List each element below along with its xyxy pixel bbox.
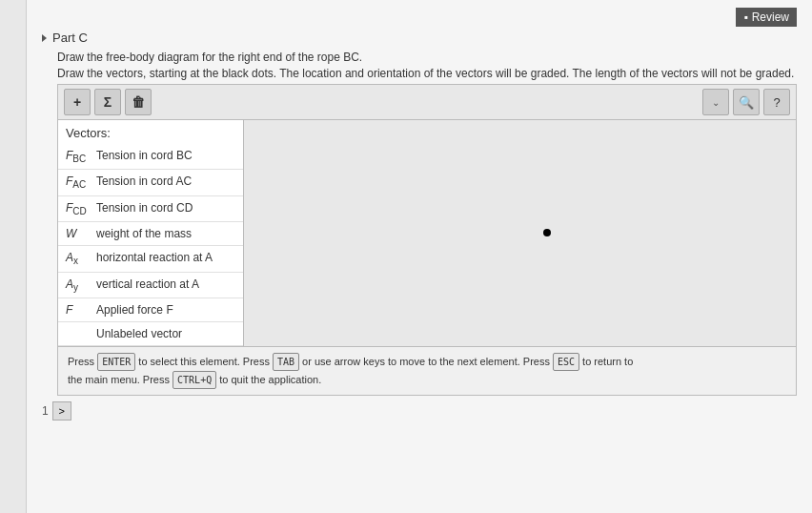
- vector-desc-ay: vertical reaction at A: [96, 277, 199, 291]
- review-button[interactable]: ▪ Review: [736, 8, 797, 27]
- vector-name-fac: FAC: [66, 174, 92, 190]
- status-bar: Press ENTER to select this element. Pres…: [58, 346, 796, 395]
- expand-triangle-icon: [42, 34, 47, 42]
- diagram-body: Vectors: FBC Tension in cord BC FAC Tens…: [58, 120, 796, 346]
- vectors-panel-label: Vectors:: [58, 120, 243, 144]
- trash-icon: 🗑: [132, 94, 145, 110]
- tab-key-badge: TAB: [273, 353, 299, 371]
- drawing-area[interactable]: [244, 120, 796, 346]
- vector-name-f: F: [66, 303, 92, 317]
- chevron-button[interactable]: ⌄: [702, 89, 729, 115]
- vector-item-fac[interactable]: FAC Tension in cord AC: [58, 170, 243, 195]
- enter-key-badge: ENTER: [97, 353, 135, 371]
- part-title: Part C: [52, 31, 88, 45]
- instruction-line1: Draw the free-body diagram for the right…: [57, 51, 797, 64]
- vector-desc-w: weight of the mass: [96, 227, 192, 240]
- left-sidebar: [0, 0, 27, 513]
- instruction-line2: Draw the vectors, starting at the black …: [57, 67, 797, 80]
- vector-item-fcd[interactable]: FCD Tension in cord CD: [58, 196, 243, 222]
- esc-key-badge: ESC: [553, 353, 579, 371]
- help-icon: ?: [773, 95, 780, 110]
- toolbar: + Σ 🗑 ⌄ 🔍 ?: [58, 85, 796, 120]
- add-icon: +: [73, 94, 81, 110]
- page-number: 1: [42, 404, 49, 418]
- chevron-down-icon: ⌄: [712, 97, 720, 108]
- review-icon: ▪: [743, 10, 747, 24]
- help-button[interactable]: ?: [763, 89, 790, 115]
- sigma-button[interactable]: Σ: [94, 89, 121, 115]
- search-icon: 🔍: [739, 95, 754, 110]
- vector-desc-unlabeled: Unlabeled vector: [96, 327, 182, 340]
- toolbar-right: ⌄ 🔍 ?: [702, 89, 790, 115]
- vector-desc-f: Applied force F: [96, 303, 173, 317]
- vector-item-f[interactable]: F Applied force F: [58, 298, 243, 322]
- chevron-right-icon: >: [58, 405, 64, 417]
- next-page-button[interactable]: >: [52, 401, 71, 421]
- main-content: ▪ Review Part C Draw the free-body diagr…: [27, 0, 812, 513]
- vector-desc-fbc: Tension in cord BC: [96, 149, 193, 162]
- vector-item-w[interactable]: W weight of the mass: [58, 222, 243, 246]
- vector-item-fbc[interactable]: FBC Tension in cord BC: [58, 144, 243, 170]
- instructions: Draw the free-body diagram for the right…: [57, 51, 797, 80]
- vector-item-unlabeled[interactable]: Unlabeled vector: [58, 322, 243, 346]
- vector-name-ax: Ax: [66, 251, 92, 266]
- status-line2: the main menu. Press CTRL+Q to quit the …: [68, 374, 321, 385]
- search-button[interactable]: 🔍: [733, 89, 760, 115]
- vector-name-fcd: FCD: [66, 201, 92, 216]
- review-label: Review: [752, 10, 789, 24]
- vector-item-ax[interactable]: Ax horizontal reaction at A: [58, 246, 243, 272]
- part-label: Part C: [42, 31, 797, 45]
- black-dot: [543, 229, 551, 236]
- ctrlq-key-badge: CTRL+Q: [173, 371, 216, 389]
- status-line1: Press ENTER to select this element. Pres…: [68, 356, 633, 367]
- vector-name-fbc: FBC: [66, 149, 92, 164]
- bottom-nav: 1 >: [42, 401, 797, 421]
- vectors-panel: Vectors: FBC Tension in cord BC FAC Tens…: [58, 120, 244, 346]
- vector-desc-fac: Tension in cord AC: [96, 174, 192, 188]
- trash-button[interactable]: 🗑: [125, 89, 152, 115]
- top-bar: ▪ Review: [42, 8, 797, 27]
- diagram-container: + Σ 🗑 ⌄ 🔍 ? Vectors:: [57, 84, 797, 396]
- vector-item-ay[interactable]: Ay vertical reaction at A: [58, 273, 243, 298]
- sigma-icon: Σ: [104, 94, 112, 110]
- vector-name-w: W: [66, 227, 92, 240]
- vector-desc-fcd: Tension in cord CD: [96, 201, 193, 215]
- add-vector-button[interactable]: +: [64, 89, 91, 115]
- vector-desc-ax: horizontal reaction at A: [96, 251, 213, 264]
- vector-name-ay: Ay: [66, 277, 92, 293]
